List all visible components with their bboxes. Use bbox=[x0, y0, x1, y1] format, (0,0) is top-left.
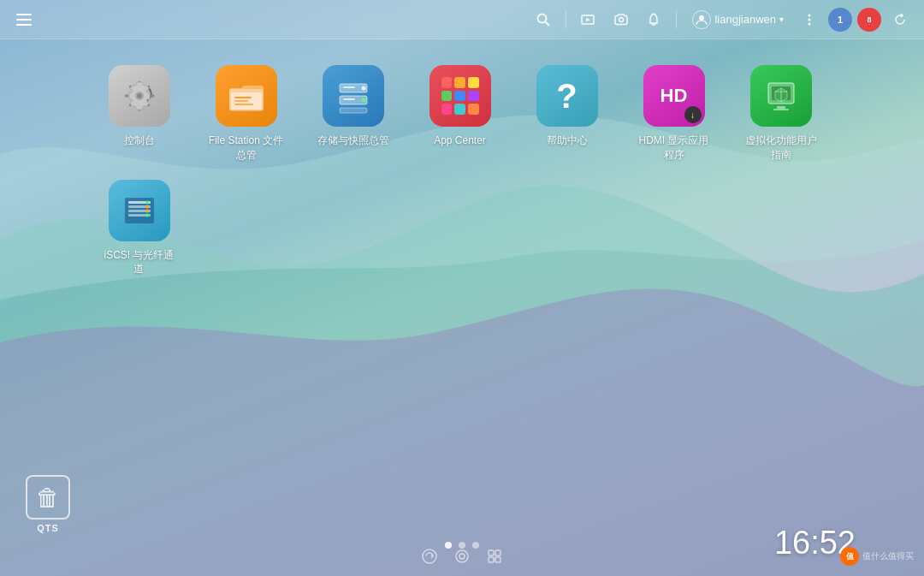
gear-icon bbox=[121, 77, 158, 115]
taskbar-left bbox=[10, 6, 38, 33]
taskbar: liangjianwen ▾ 1 8 bbox=[0, 0, 924, 39]
refresh-icon bbox=[892, 12, 908, 27]
camera-icon bbox=[613, 12, 629, 27]
bottom-icon-1[interactable] bbox=[420, 547, 439, 566]
svg-point-39 bbox=[459, 554, 465, 559]
user-avatar-icon bbox=[692, 10, 711, 29]
grid-shape bbox=[441, 77, 479, 115]
storage-icon bbox=[333, 75, 374, 116]
svg-rect-23 bbox=[343, 98, 355, 100]
bottom-icon-2[interactable] bbox=[453, 547, 471, 566]
filestation-icon-img bbox=[216, 65, 277, 127]
svg-point-37 bbox=[423, 549, 436, 563]
tray-1-label: 1 bbox=[838, 15, 843, 25]
question-icon: ? bbox=[556, 77, 577, 116]
recycle-small-icon bbox=[421, 548, 438, 565]
svg-point-36 bbox=[145, 213, 149, 217]
virtual-icon-img bbox=[750, 65, 812, 127]
recycle-bin[interactable]: 🗑 QTS bbox=[26, 475, 70, 533]
appcenter-label: App Center bbox=[434, 134, 486, 148]
settings-small-icon bbox=[453, 548, 471, 565]
recycle-label: QTS bbox=[37, 523, 59, 533]
svg-point-8 bbox=[808, 22, 811, 25]
svg-rect-40 bbox=[489, 550, 494, 555]
svg-line-1 bbox=[546, 21, 550, 26]
virtual-icon bbox=[761, 76, 801, 116]
search-button[interactable] bbox=[530, 6, 557, 33]
svg-rect-15 bbox=[234, 100, 248, 102]
filestation-label: File Station 文件总管 bbox=[209, 134, 283, 163]
svg-rect-42 bbox=[489, 557, 494, 562]
bottom-icon-3[interactable] bbox=[485, 547, 504, 566]
media-button[interactable] bbox=[575, 6, 602, 33]
app-storage[interactable]: 存储与快照总管 bbox=[299, 56, 406, 171]
bottom-toolbar bbox=[420, 547, 504, 566]
watermark-badge: 值 bbox=[840, 547, 859, 566]
watermark-text: 值什么值得买 bbox=[862, 550, 914, 562]
app-icons-grid: 控制台 File Station 文件总管 bbox=[86, 56, 838, 285]
controlpanel-label: 控制台 bbox=[124, 134, 155, 148]
svg-point-5 bbox=[699, 15, 704, 21]
svg-point-35 bbox=[145, 209, 149, 212]
user-profile[interactable]: liangjianwen ▾ bbox=[685, 7, 791, 33]
username-label: liangjianwen bbox=[714, 13, 776, 26]
hd-text: HD bbox=[660, 86, 688, 105]
help-label: 帮助中心 bbox=[547, 134, 588, 148]
svg-rect-14 bbox=[234, 97, 252, 98]
notifications-button[interactable] bbox=[640, 6, 667, 33]
hdmi-label: HDMI 显示应用程序 bbox=[639, 134, 709, 163]
app-iscsi[interactable]: iSCSI 与光纤通道 bbox=[86, 171, 192, 286]
system-tray-1[interactable]: 1 bbox=[828, 8, 852, 32]
system-tray-2[interactable]: 8 bbox=[857, 8, 881, 32]
iscsi-icon-img bbox=[109, 180, 170, 241]
svg-point-0 bbox=[538, 14, 547, 22]
bell-icon bbox=[646, 12, 661, 27]
camera-button[interactable] bbox=[607, 6, 635, 33]
app-appcenter[interactable]: App Center bbox=[406, 56, 513, 171]
hdmi-icon-img: HD ↓ bbox=[643, 65, 705, 127]
watermark: 值 值什么值得买 bbox=[840, 547, 914, 566]
refresh-button[interactable] bbox=[886, 6, 914, 33]
storage-icon-img bbox=[323, 65, 384, 127]
app-controlpanel[interactable]: 控制台 bbox=[86, 56, 192, 171]
folder-icon bbox=[226, 75, 267, 116]
storage-label: 存储与快照总管 bbox=[317, 134, 389, 148]
iscsi-label: iSCSI 与光纤通道 bbox=[104, 248, 174, 277]
svg-rect-27 bbox=[773, 109, 789, 110]
grid-small-icon bbox=[486, 548, 503, 565]
app-virtual[interactable]: 虚拟化功能用户指南 bbox=[727, 56, 834, 171]
svg-rect-43 bbox=[495, 557, 500, 562]
more-options-button[interactable] bbox=[796, 6, 823, 33]
svg-point-4 bbox=[619, 17, 624, 21]
tray-2-label: 8 bbox=[867, 15, 871, 24]
divider-2 bbox=[676, 11, 677, 28]
app-help[interactable]: ? 帮助中心 bbox=[513, 56, 620, 171]
svg-point-34 bbox=[145, 205, 149, 208]
svg-rect-41 bbox=[495, 550, 500, 555]
svg-rect-26 bbox=[777, 106, 785, 109]
search-icon bbox=[536, 12, 551, 27]
taskbar-right: liangjianwen ▾ 1 8 bbox=[530, 6, 914, 33]
app-hdmi[interactable]: HD ↓ HDMI 显示应用程序 bbox=[620, 56, 727, 171]
svg-point-6 bbox=[808, 14, 811, 16]
help-icon-img: ? bbox=[536, 65, 598, 127]
virtual-label: 虚拟化功能用户指南 bbox=[745, 134, 817, 163]
svg-rect-21 bbox=[340, 108, 367, 113]
divider-1 bbox=[566, 11, 566, 28]
dots-icon bbox=[802, 12, 817, 27]
media-icon bbox=[581, 12, 596, 27]
desktop-area: 控制台 File Station 文件总管 bbox=[0, 39, 924, 576]
app-filestation[interactable]: File Station 文件总管 bbox=[192, 56, 299, 171]
svg-point-7 bbox=[808, 18, 811, 21]
svg-marker-3 bbox=[586, 18, 590, 21]
hdmi-badge: ↓ bbox=[684, 106, 702, 123]
svg-point-38 bbox=[456, 550, 468, 562]
trash-icon: 🗑 bbox=[26, 475, 70, 520]
svg-rect-16 bbox=[234, 104, 253, 105]
appcenter-icon-img bbox=[429, 65, 491, 127]
svg-point-33 bbox=[145, 200, 149, 204]
svg-point-18 bbox=[361, 86, 365, 91]
controlpanel-icon-img bbox=[109, 65, 170, 127]
hamburger-menu-button[interactable] bbox=[10, 6, 38, 33]
chevron-down-icon: ▾ bbox=[779, 15, 784, 24]
